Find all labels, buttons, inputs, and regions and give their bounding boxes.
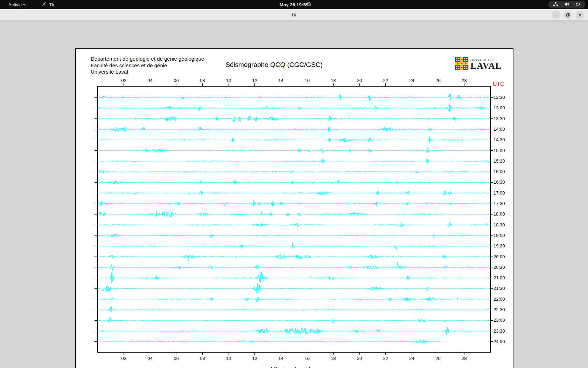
top-minute-tick-label: 10 [226,78,231,83]
row-left-tick [94,204,97,204]
close-button[interactable] [575,11,584,19]
bottom-minute-tick-label: 20 [357,356,362,361]
utc-time-label: 22:00 [493,297,505,302]
row-right-tick [490,225,493,225]
utc-time-label: 24:00 [493,339,505,344]
utc-time-label: 15:30 [493,158,505,164]
row-left-tick [94,172,97,172]
gnome-top-bar: Activities Tk May 26 19:59 [0,0,588,9]
seismic-traces [98,87,490,352]
bottom-minute-tick-label: 04 [147,356,152,361]
system-status-area[interactable] [548,1,585,8]
utc-time-label: 15:00 [493,148,505,153]
seismic-trace-row [98,170,490,173]
x-axis-label: Minutes écoulées [98,366,490,368]
laval-shield-icon [455,57,468,71]
top-minute-tick [281,83,281,87]
seismic-trace-row [98,94,490,101]
utc-time-label: 19:00 [493,233,505,238]
bottom-minute-tick-label: 08 [200,356,205,361]
row-right-tick [490,278,493,278]
utc-time-label: 14:30 [493,137,505,142]
universite-laval-logo: UNIVERSITÉ LAVAL [455,57,502,71]
row-left-tick [94,193,97,193]
row-right-tick [490,299,493,299]
top-minute-tick [124,83,124,87]
utc-time-label: 18:00 [493,211,505,217]
row-right-tick [490,150,493,151]
minimize-button[interactable] [552,11,560,19]
seismic-trace-row [98,307,490,312]
bottom-minute-tick-label: 26 [435,356,440,361]
utc-time-label: 12:30 [493,95,505,100]
top-minute-tick [464,83,464,87]
row-right-tick [490,204,493,204]
bottom-minute-tick [412,352,412,355]
bottom-minute-tick-label: 12 [252,356,257,361]
row-right-tick [490,267,493,267]
top-minute-tick [176,83,176,87]
row-left-tick [94,140,97,140]
utc-time-label: 16:00 [493,169,505,174]
top-minute-tick [385,83,386,87]
top-minute-tick-label: 12 [252,78,257,83]
seismic-trace-row [98,127,490,133]
bottom-minute-tick [307,352,307,355]
top-minute-tick-label: 02 [121,78,126,83]
top-minute-tick-label: 20 [357,78,362,83]
bottom-minute-tick-label: 24 [409,356,414,361]
bottom-minute-tick [333,352,334,355]
top-minute-tick-label: 22 [383,78,388,83]
top-minute-tick-label: 18 [331,78,336,83]
bottom-minute-tick [281,352,281,355]
utc-time-label: 14:00 [493,127,505,132]
top-minute-tick-label: 16 [304,78,309,83]
logo-word-laval: LAVAL [470,62,502,70]
seismic-trace-row [98,137,490,143]
seismic-trace-row [98,271,490,283]
seismic-trace-row [98,105,490,112]
row-left-tick [94,320,97,321]
bottom-minute-tick [359,352,360,355]
seismic-trace-row [98,200,490,207]
power-icon [575,2,580,8]
utc-time-label: 18:30 [493,222,505,227]
maximize-button[interactable] [564,11,572,19]
bottom-minute-tick-label: 28 [462,356,467,361]
org-line-3: Université Laval [91,69,204,75]
clock[interactable]: May 26 19:59 [0,2,588,7]
row-right-tick [490,235,493,236]
bottom-minute-tick [150,352,150,355]
utc-time-label: 17:30 [493,201,505,206]
row-right-tick [490,97,493,98]
bottom-minute-tick [229,352,229,355]
row-left-tick [94,235,97,236]
row-right-tick [490,246,493,246]
row-right-tick [490,331,493,331]
row-right-tick [490,182,493,183]
top-minute-tick-label: 04 [147,78,152,83]
seismic-trace-row [98,297,490,302]
network-icon [553,2,558,8]
row-left-tick [94,108,97,108]
utc-time-label: 16:30 [493,179,505,185]
seismic-trace-row [98,211,490,217]
utc-time-label: 21:30 [493,286,505,291]
row-right-tick [490,161,493,161]
seismic-trace-row [98,180,490,185]
utc-time-label: 23:00 [493,318,505,323]
row-left-tick [94,278,97,278]
seismograph-canvas: Département de géologie et de génie géol… [75,48,513,368]
row-left-tick [94,225,97,225]
bottom-minute-tick-label: 18 [331,356,336,361]
top-minute-tick [202,83,203,87]
row-left-tick [94,129,97,129]
row-left-tick [94,331,97,331]
top-minute-tick [229,83,229,87]
bottom-minute-tick [464,352,464,355]
seismic-trace-row [98,159,490,164]
seismic-trace-row [98,327,490,335]
utc-time-label: 20:00 [493,254,505,259]
bottom-minute-tick [176,352,176,355]
window-titlebar[interactable]: tk [0,9,588,21]
